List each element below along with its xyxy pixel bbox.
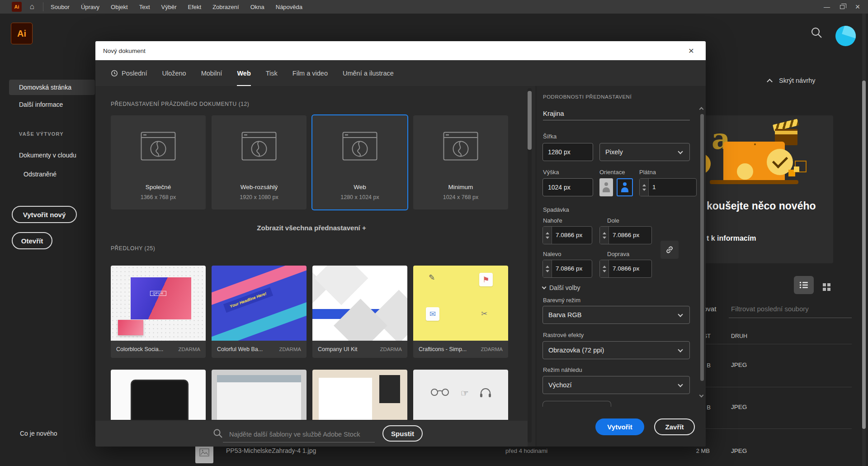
scroll-up-icon[interactable] — [699, 107, 704, 112]
crafticon-glyph: ✂ — [481, 309, 487, 319]
artboards-stepper[interactable]: 1 — [639, 178, 697, 196]
color-mode-select[interactable]: Barva RGB — [542, 306, 690, 324]
artboards-value[interactable]: 1 — [649, 179, 696, 196]
menu-item[interactable]: Text — [139, 4, 150, 10]
bleed-top-stepper[interactable]: 7.0866 px — [542, 226, 592, 244]
preset-card[interactable]: Minimum 1024 x 768 px — [413, 115, 508, 209]
bleed-bottom-stepper[interactable]: 7.0866 px — [599, 226, 652, 244]
grid-view-button[interactable] — [818, 279, 835, 295]
dialog-tab[interactable]: Poslední — [111, 60, 147, 86]
menu-item[interactable]: Výběr — [161, 4, 177, 10]
preview-mode-select[interactable]: Výchozí — [542, 376, 690, 394]
raster-effects-select[interactable]: Obrazovka (72 ppi) — [542, 341, 690, 359]
templates-row-2: ☞ — [111, 370, 508, 420]
tab-label: Web — [237, 70, 250, 77]
stock-search-input[interactable]: Najděte další šablony ve službě Adobe St… — [229, 431, 360, 438]
chevron-down-icon — [678, 149, 683, 154]
dialog-scrollbar-thumb[interactable] — [528, 91, 532, 150]
orientation-portrait-button[interactable] — [599, 178, 613, 196]
raster-effects-value: Obrazovka (72 ppi) — [548, 347, 604, 354]
sidebar-item-home[interactable]: Domovská stránka — [9, 80, 95, 95]
create-button[interactable]: Vytvořit — [595, 418, 644, 435]
search-icon[interactable] — [810, 26, 823, 39]
bleed-left-value[interactable]: 7.0866 px — [552, 260, 592, 277]
dialog-tab[interactable]: Umění a ilustrace — [343, 60, 394, 86]
dialog-title: Nový dokument — [103, 48, 146, 54]
bleed-bottom-value[interactable]: 7.0866 px — [609, 227, 651, 244]
preset-card[interactable]: Společné 1366 x 768 px — [111, 115, 206, 209]
open-button[interactable]: Otevřít — [12, 232, 52, 249]
template-card[interactable]: Company UI Kit ZDARMA — [312, 266, 407, 358]
panel-heading: PODROBNOSTI PŘEDNASTAVENÍ — [543, 94, 632, 100]
orientation-landscape-button[interactable] — [617, 178, 633, 196]
chevron-down-icon — [678, 347, 683, 352]
preset-card[interactable]: Web-rozsáhlý 1920 x 1080 px — [212, 115, 307, 209]
template-card[interactable]: ✎⚑✉✂ Crafticons - Simp... ZDARMA — [413, 266, 508, 358]
scroll-down-icon[interactable] — [699, 393, 704, 398]
illustrator-home: Ai ⌂ SouborÚpravyObjektTextVýběrEfektZob… — [0, 0, 868, 466]
raster-effects-label: Rastrové efekty — [543, 332, 584, 338]
file-name[interactable]: PP53-MichelskeZahrady-4 1.jpg — [226, 447, 316, 454]
avatar[interactable] — [835, 26, 856, 46]
column-header-kind[interactable]: DRUH — [731, 333, 747, 339]
restore-icon[interactable] — [835, 0, 850, 14]
template-card[interactable]: QPUR Colorblock Socia... ZDARMA — [111, 266, 206, 358]
menu-item[interactable]: Soubor — [51, 4, 70, 10]
panel-scrollbar-thumb[interactable] — [700, 114, 704, 381]
create-new-button[interactable]: Vytvořit nový — [12, 206, 77, 223]
width-label: Šířka — [543, 133, 557, 140]
document-name-input[interactable]: Krajina — [543, 107, 690, 120]
dialog-tab[interactable]: Film a video — [292, 60, 328, 86]
menu-item[interactable]: Efekt — [188, 4, 202, 10]
launch-button[interactable]: Spustit — [382, 425, 423, 442]
template-card-partial[interactable]: ☞ — [413, 370, 508, 420]
template-card-partial[interactable] — [111, 370, 206, 420]
sidebar-item-cloud-documents[interactable]: Dokumenty v cloudu — [9, 147, 95, 163]
menu-item[interactable]: Zobrazení — [212, 4, 239, 10]
minimize-icon[interactable]: — — [819, 0, 835, 14]
bleed-left-stepper[interactable]: 7.0866 px — [542, 260, 592, 278]
arrow-down-icon — [603, 237, 606, 239]
dialog-tab[interactable]: Tisk — [266, 60, 278, 86]
menu-item[interactable]: Nápověda — [276, 4, 302, 10]
show-all-presets-link[interactable]: Zobrazit všechna přednastavení + — [95, 224, 528, 232]
list-view-button[interactable] — [794, 276, 814, 294]
close-button[interactable]: Zavřít — [654, 418, 695, 435]
more-options-toggle[interactable]: Další volby — [542, 284, 580, 291]
sidebar-item-learn[interactable]: Další informace — [9, 97, 95, 112]
template-badge: ZDARMA — [481, 347, 503, 352]
dialog-tab[interactable]: Uloženo — [162, 60, 186, 86]
stepper-arrows[interactable] — [640, 179, 649, 196]
menu-item[interactable]: Objekt — [111, 4, 128, 10]
bleed-right-stepper[interactable]: 7.0866 px — [599, 260, 652, 278]
menu-item[interactable]: Úpravy — [81, 4, 99, 10]
menu-item[interactable]: Okna — [250, 4, 264, 10]
dialog-tab[interactable]: Web — [237, 60, 250, 86]
promo-link[interactable]: t k informacím — [707, 234, 756, 243]
web-browser-globe-icon — [241, 132, 277, 162]
units-select[interactable]: Pixely — [599, 143, 690, 161]
dialog-tab[interactable]: Mobilní — [201, 60, 222, 86]
tab-label: Uloženo — [162, 70, 186, 77]
search-icon — [213, 428, 223, 440]
home-icon[interactable]: ⌂ — [25, 0, 39, 14]
bleed-top-value[interactable]: 7.0866 px — [552, 227, 592, 244]
sidebar-item-deleted[interactable]: Odstraněné — [9, 166, 95, 182]
template-card-partial[interactable] — [212, 370, 307, 420]
template-card[interactable]: Your Headline Here! Colorful Web Ba... Z… — [212, 266, 307, 358]
preset-card[interactable]: Web 1280 x 1024 px — [312, 115, 407, 209]
height-input[interactable]: 1024 px — [542, 178, 593, 196]
file-kind: JPEG — [731, 361, 747, 368]
close-window-icon[interactable]: × — [850, 0, 865, 14]
window-scrollbar-thumb[interactable] — [862, 81, 866, 429]
bleed-right-value[interactable]: 7.0866 px — [609, 260, 651, 277]
template-card-partial[interactable] — [312, 370, 407, 420]
close-icon[interactable]: × — [683, 41, 699, 60]
template-name: Company UI Kit — [318, 346, 358, 352]
whats-new-link[interactable]: Co je nového — [20, 430, 57, 437]
link-bleeds-button[interactable] — [660, 241, 679, 259]
hide-suggestions-toggle[interactable]: Skrýt návrhy — [768, 77, 816, 84]
width-input[interactable]: 1280 px — [542, 143, 593, 161]
decorative-square — [794, 166, 799, 172]
filter-recent-input[interactable]: Filtrovat poslední soubory — [731, 305, 809, 313]
